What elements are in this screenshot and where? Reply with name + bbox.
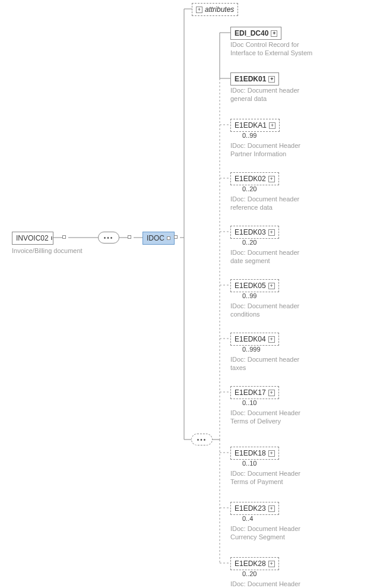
node-label: INVOIC02: [16, 234, 49, 242]
sequence-dots: •••: [104, 235, 114, 241]
node-label: IDOC: [147, 234, 164, 242]
branch-e1edk02: [0, 0, 380, 588]
branch-e1edk03: [0, 0, 380, 588]
node-edi-dc40[interactable]: EDI_DC40 +: [230, 27, 281, 40]
card-e1edk23: 0..4: [242, 515, 253, 522]
desc-e1edka1: IDoc: Document Header Partner Informatio…: [230, 141, 314, 159]
connector-stub: [128, 235, 131, 239]
node-label: E1EDK02: [235, 175, 266, 183]
node-label: E1EDK18: [235, 449, 266, 457]
branch-e1edk18: [0, 0, 380, 588]
node-label: E1EDK28: [235, 559, 266, 568]
node-e1edk02[interactable]: E1EDK02 +: [230, 172, 279, 185]
node-e1edk04[interactable]: E1EDK04 +: [230, 333, 279, 346]
expand-icon[interactable]: +: [268, 561, 275, 567]
node-e1edk17[interactable]: E1EDK17 +: [230, 386, 279, 399]
node-invoic02[interactable]: INVOIC02: [12, 232, 53, 245]
branch-e1edk04: [0, 0, 380, 588]
expand-icon[interactable]: +: [271, 30, 277, 37]
node-e1edk05[interactable]: E1EDK05 +: [230, 279, 279, 292]
sequence-node-2[interactable]: •••: [191, 434, 213, 445]
desc-e1edk23: IDoc: Document Header Currency Segment: [230, 524, 314, 542]
expand-icon[interactable]: +: [268, 505, 275, 512]
expand-icon[interactable]: +: [269, 122, 276, 129]
expand-icon[interactable]: +: [268, 229, 275, 236]
desc-e1edk17: IDoc: Document Header Terms of Delivery: [230, 409, 314, 426]
node-e1edk01[interactable]: E1EDK01 +: [230, 72, 279, 86]
desc-e1edk03: IDoc: Document header date segment: [230, 248, 314, 265]
node-idoc[interactable]: IDOC: [142, 232, 175, 245]
branch-e1edk17: [0, 0, 380, 588]
branch-e1edk28: [0, 0, 380, 588]
sequence-node-1[interactable]: •••: [98, 232, 119, 244]
branch-e1edk01: [0, 0, 380, 588]
desc-e1edk02: IDoc: Document header reference data: [230, 195, 314, 212]
desc-e1edk01: IDoc: Document header general data: [230, 86, 314, 103]
connector-layer: [0, 0, 380, 588]
node-e1edk03[interactable]: E1EDK03 +: [230, 226, 279, 239]
connector-stub: [174, 235, 178, 239]
expand-icon[interactable]: +: [268, 390, 275, 396]
connector-stub: [62, 235, 66, 239]
node-e1edk23[interactable]: E1EDK23 +: [230, 502, 279, 515]
expand-icon[interactable]: +: [268, 176, 275, 182]
card-e1edk04: 0..999: [242, 346, 261, 353]
node-label: E1EDK05: [235, 282, 266, 290]
node-invoic02-desc: Invoice/Billing document: [12, 246, 83, 255]
node-e1edka1[interactable]: E1EDKA1 +: [230, 119, 280, 132]
branch-e1edka1: [0, 0, 380, 588]
expand-icon[interactable]: +: [196, 7, 202, 13]
card-e1edk05: 0..99: [242, 292, 256, 299]
attributes-label: attributes: [205, 5, 234, 14]
desc-e1edk18: IDoc: Document Header Terms of Payment: [230, 469, 314, 486]
expand-icon[interactable]: +: [268, 283, 275, 289]
attributes-box[interactable]: + attributes: [192, 3, 238, 16]
node-label: EDI_DC40: [235, 29, 268, 37]
desc-e1edk04: IDoc: Document header taxes: [230, 355, 314, 372]
node-label: E1EDKA1: [235, 121, 267, 129]
desc-e1edk28: IDoc: Document Header Bank Data: [230, 580, 314, 588]
card-e1edk28: 0..20: [242, 570, 256, 577]
expand-icon[interactable]: +: [268, 336, 275, 343]
card-e1edka1: 0..99: [242, 132, 256, 139]
card-e1edk17: 0..10: [242, 399, 256, 406]
desc-edi-dc40: IDoc Control Record for Interface to Ext…: [230, 40, 314, 58]
branch-e1edk05: [0, 0, 380, 588]
node-e1edk28[interactable]: E1EDK28 +: [230, 557, 279, 570]
node-label: E1EDK23: [235, 504, 266, 513]
node-label: E1EDK03: [235, 228, 266, 236]
sequence-dots: •••: [197, 437, 207, 443]
desc-e1edk05: IDoc: Document header conditions: [230, 302, 314, 319]
node-e1edk18[interactable]: E1EDK18 +: [230, 447, 279, 460]
branch-e1edk23: [0, 0, 380, 588]
branch-edi-dc40: [0, 0, 380, 588]
expand-icon[interactable]: +: [268, 450, 275, 457]
card-e1edk18: 0..10: [242, 460, 256, 467]
node-label: E1EDK17: [235, 388, 266, 397]
card-e1edk02: 0..20: [242, 185, 256, 192]
node-label: E1EDK04: [235, 335, 266, 343]
expand-icon[interactable]: +: [268, 76, 275, 83]
node-label: E1EDK01: [235, 75, 266, 83]
card-e1edk03: 0..20: [242, 239, 256, 246]
